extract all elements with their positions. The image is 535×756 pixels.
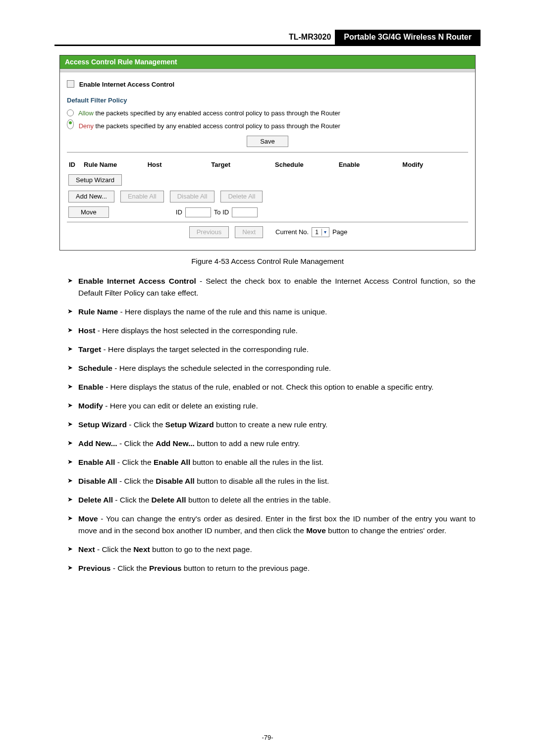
enable-iac-checkbox[interactable] — [67, 80, 74, 88]
term: Next — [78, 545, 95, 554]
policy-allow-prefix: Allow — [78, 109, 94, 117]
term: Previous — [78, 564, 110, 572]
list-item: Next - Click the Next button to go to th… — [67, 544, 476, 562]
term: Setup Wizard — [78, 420, 127, 429]
save-button[interactable]: Save — [247, 136, 288, 148]
term: Delete All — [78, 496, 113, 504]
inner-bold: Next — [133, 545, 150, 554]
figure-screenshot: Access Control Rule Management Enable In… — [59, 55, 476, 251]
col-rule-name: Rule Name — [84, 160, 148, 169]
page-select-value: 1 — [312, 228, 321, 236]
chevron-down-icon: ▾ — [321, 229, 329, 236]
inner-bold: Disable All — [156, 477, 195, 485]
current-no-label: Current No. — [275, 228, 309, 237]
enable-iac-label: Enable Internet Access Control — [79, 81, 174, 88]
inner-bold: Delete All — [152, 496, 186, 504]
term: Host — [78, 326, 95, 335]
term: Rule Name — [78, 307, 118, 316]
move-id-input[interactable] — [185, 207, 211, 217]
list-item: Move - You can change the entry's order … — [67, 513, 476, 544]
inner-bold: Previous — [149, 564, 181, 572]
panel-title: Access Control Rule Management — [60, 55, 475, 69]
page-number: -79- — [0, 733, 535, 742]
policy-allow-text: the packets specified by any enabled acc… — [94, 109, 340, 117]
list-item: Delete All - Click the Delete All button… — [67, 494, 476, 513]
default-filter-policy-heading: Default Filter Policy — [67, 96, 468, 105]
term: Move — [78, 514, 98, 523]
list-item: Modify - Here you can edit or delete an … — [67, 400, 476, 419]
rule-table-header: ID Rule Name Host Target Schedule Enable… — [67, 156, 468, 172]
enable-all-button[interactable]: Enable All — [120, 191, 164, 202]
next-button[interactable]: Next — [235, 226, 263, 238]
policy-deny-radio[interactable] — [67, 119, 74, 129]
list-item: Previous - Click the Previous button to … — [67, 562, 476, 581]
term: Enable — [78, 383, 104, 391]
inner-bold: Enable All — [154, 458, 190, 466]
figure-caption: Figure 4-53 Access Control Rule Manageme… — [54, 256, 481, 266]
col-id: ID — [69, 160, 84, 169]
delete-all-button[interactable]: Delete All — [220, 191, 263, 202]
list-item: Enable - Here displays the status of the… — [67, 381, 476, 400]
list-item: Enable All - Click the Enable All button… — [67, 456, 476, 475]
inner-bold: Setup Wizard — [165, 420, 214, 429]
list-item: Enable Internet Access Control - Select … — [67, 275, 476, 306]
description-list: Enable Internet Access Control - Select … — [54, 275, 481, 581]
term: Target — [78, 345, 101, 353]
list-item: Disable All - Click the Disable All butt… — [67, 475, 476, 494]
term: Enable All — [78, 458, 115, 466]
term: Enable Internet Access Control — [78, 277, 196, 285]
add-new-button[interactable]: Add New... — [68, 191, 114, 202]
col-target: Target — [211, 160, 275, 169]
policy-deny-text: the packets specified by any enabled acc… — [94, 122, 340, 130]
move-button[interactable]: Move — [68, 206, 109, 218]
inner-bold: Move — [306, 526, 326, 535]
policy-allow-radio[interactable] — [67, 109, 74, 116]
move-to-id-input[interactable] — [232, 207, 258, 217]
list-item: Setup Wizard - Click the Setup Wizard bu… — [67, 419, 476, 438]
disable-all-button[interactable]: Disable All — [170, 191, 215, 202]
move-id-label: ID — [176, 208, 182, 217]
model-label: TL-MR3020 — [54, 30, 335, 45]
list-item: Host - Here displays the host selected i… — [67, 325, 476, 344]
setup-wizard-button[interactable]: Setup Wizard — [68, 174, 122, 186]
page-label: Page — [332, 228, 347, 237]
term: Modify — [78, 402, 103, 410]
term: Add New... — [78, 439, 119, 448]
inner-bold: Add New... — [156, 439, 195, 448]
list-item: Schedule - Here displays the schedule se… — [67, 362, 476, 381]
col-modify: Modify — [402, 160, 466, 169]
previous-button[interactable]: Previous — [189, 226, 229, 238]
col-schedule: Schedule — [275, 160, 339, 169]
list-item: Add New... - Click the Add New... button… — [67, 438, 476, 456]
policy-deny-prefix: Deny — [79, 122, 94, 130]
term: Schedule — [78, 364, 112, 372]
product-label: Portable 3G/4G Wireless N Router — [335, 30, 481, 45]
term: Disable All — [78, 477, 117, 485]
move-to-id-label: To ID — [214, 208, 229, 217]
doc-header: TL-MR3020 Portable 3G/4G Wireless N Rout… — [54, 30, 481, 46]
list-item: Target - Here displays the target select… — [67, 344, 476, 362]
list-item: Rule Name - Here displays the name of th… — [67, 306, 476, 325]
col-host: Host — [148, 160, 212, 169]
col-enable: Enable — [339, 160, 403, 169]
page-select[interactable]: 1 ▾ — [312, 227, 329, 237]
